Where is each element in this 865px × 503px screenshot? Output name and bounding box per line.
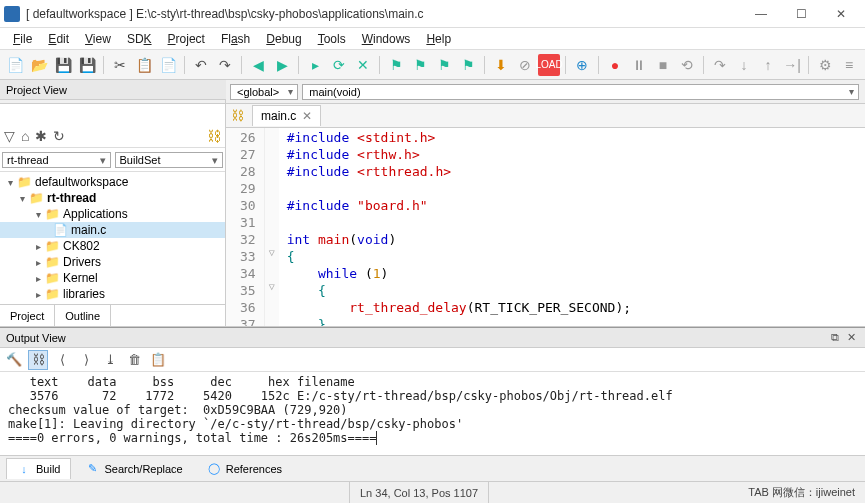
output-tabs: ↓Build ✎Search/Replace ◯References [0,455,865,481]
pause-icon[interactable]: ⏸ [628,54,650,76]
out-next-icon[interactable]: ⟩ [76,350,96,370]
minimize-button[interactable]: — [741,2,781,26]
refresh-icon[interactable]: ↻ [53,128,65,144]
menu-debug[interactable]: Debug [259,30,308,48]
menu-file[interactable]: File [6,30,39,48]
step-over-icon[interactable]: ↷ [709,54,731,76]
output-view-title: Output View [6,332,66,344]
project-selector[interactable]: rt-thread [2,152,111,168]
paste-icon[interactable]: 📄 [157,54,179,76]
app-icon [4,6,20,22]
nav-fwd-icon[interactable]: ▶ [271,54,293,76]
flash-icon[interactable]: LOAD [538,54,560,76]
save-icon[interactable]: 💾 [52,54,74,76]
output-text[interactable]: text data bss dec hex filename 3576 72 1… [0,372,865,455]
editor-pane: ⛓ main.c ✕ 26272829303132333435363738 ▽▽… [226,104,865,326]
flag1-icon[interactable]: ⚑ [385,54,407,76]
output-float-icon[interactable]: ⧉ [827,330,843,346]
output-view-pane: Output View ⧉ ✕ 🔨 ⛓ ⟨ ⟩ ⤓ 🗑 📋 text data … [0,327,865,481]
tab-outline[interactable]: Outline [55,305,111,326]
step-in-icon[interactable]: ↓ [733,54,755,76]
output-toolbar: 🔨 ⛓ ⟨ ⟩ ⤓ 🗑 📋 [0,348,865,372]
home-icon[interactable]: ⌂ [21,128,29,144]
filter-icon[interactable]: ✱ [35,128,47,144]
open-icon[interactable]: 📂 [28,54,50,76]
tree-main-c[interactable]: 📄main.c [0,222,225,238]
project-view-title: Project View [6,84,67,96]
project-view-tabs: Project Outline [0,304,225,326]
menu-tools[interactable]: Tools [311,30,353,48]
out-hammer-icon[interactable]: 🔨 [4,350,24,370]
output-tab-references[interactable]: ◯References [197,459,292,479]
maximize-button[interactable]: ☐ [781,2,821,26]
scope-global-select[interactable]: <global> [230,84,298,100]
link-editor-icon[interactable]: ⛓ [207,128,221,144]
save-all-icon[interactable]: 💾 [76,54,98,76]
menu-sdk[interactable]: SDK [120,30,159,48]
tree-project[interactable]: ▾📁rt-thread [0,190,225,206]
tree-ck802[interactable]: ▸📁CK802 [0,238,225,254]
status-cursor-pos: Ln 34, Col 13, Pos 1107 [350,482,489,503]
menu-edit[interactable]: Edit [41,30,76,48]
menu-bar: File Edit View SDK Project Flash Debug T… [0,28,865,50]
step-out-icon[interactable]: ↑ [757,54,779,76]
scope-func-select[interactable]: main(void) [302,84,859,100]
new-icon[interactable]: 📄 [4,54,26,76]
fold-gutter[interactable]: ▽▽ [265,128,279,326]
title-bar: [ defaultworkspace ] E:\c-sty\rt-thread\… [0,0,865,28]
flag3-icon[interactable]: ⚑ [433,54,455,76]
close-button[interactable]: ✕ [821,2,861,26]
settings-icon[interactable]: ⚙ [814,54,836,76]
code-editor[interactable]: 26272829303132333435363738 ▽▽ #include <… [226,128,865,326]
stop-dl-icon[interactable]: ⊘ [514,54,536,76]
project-view-toolbar: ▽ ⌂ ✱ ↻ ⛓ [0,124,225,148]
menu-windows[interactable]: Windows [355,30,418,48]
menu-project[interactable]: Project [161,30,212,48]
cursor-icon[interactable]: ▽ [4,128,15,144]
tree-applications[interactable]: ▾📁Applications [0,206,225,222]
cut-icon[interactable]: ✂ [109,54,131,76]
out-down-icon[interactable]: ⤓ [100,350,120,370]
code-source[interactable]: #include <stdint.h>#include <rthw.h>#inc… [279,128,639,326]
output-close-icon[interactable]: ✕ [843,330,859,346]
out-prev-icon[interactable]: ⟨ [52,350,72,370]
record-icon[interactable]: ● [604,54,626,76]
status-right: TAB 网微信：ijiweinet [489,482,865,503]
close-tab-icon[interactable]: ✕ [302,109,312,123]
rebuild-icon[interactable]: ⟳ [328,54,350,76]
restart-icon[interactable]: ⟲ [676,54,698,76]
link-icon[interactable]: ⛓ [226,108,248,123]
undo-icon[interactable]: ↶ [190,54,212,76]
tree-libraries[interactable]: ▸📁libraries [0,286,225,302]
copy-icon[interactable]: 📋 [133,54,155,76]
tree-kernel[interactable]: ▸📁Kernel [0,270,225,286]
out-clear-icon[interactable]: 🗑 [124,350,144,370]
stop-icon[interactable]: ■ [652,54,674,76]
output-view-header: Output View ⧉ ✕ [0,328,865,348]
tree-workspace[interactable]: ▾📁defaultworkspace [0,174,225,190]
redo-icon[interactable]: ↷ [214,54,236,76]
download-icon[interactable]: ⬇ [490,54,512,76]
more-icon[interactable]: ≡ [838,54,860,76]
buildset-selector[interactable]: BuildSet [115,152,224,168]
output-tab-build[interactable]: ↓Build [6,458,71,479]
editor-tab-row: ⛓ main.c ✕ [226,104,865,128]
flag2-icon[interactable]: ⚑ [409,54,431,76]
flag4-icon[interactable]: ⚑ [457,54,479,76]
tree-drivers[interactable]: ▸📁Drivers [0,254,225,270]
menu-flash[interactable]: Flash [214,30,257,48]
build-icon[interactable]: ▸ [304,54,326,76]
menu-help[interactable]: Help [419,30,458,48]
run-to-icon[interactable]: →| [781,54,803,76]
debug-icon[interactable]: ⊕ [571,54,593,76]
clean-icon[interactable]: ✕ [352,54,374,76]
nav-back-icon[interactable]: ◀ [247,54,269,76]
editor-tab-mainc[interactable]: main.c ✕ [252,105,321,126]
out-link-icon[interactable]: ⛓ [28,350,48,370]
output-tab-search[interactable]: ✎Search/Replace [75,459,192,479]
project-tree[interactable]: ▾📁defaultworkspace ▾📁rt-thread ▾📁Applica… [0,172,225,304]
tab-project[interactable]: Project [0,305,55,326]
out-copy-icon[interactable]: 📋 [148,350,168,370]
menu-view[interactable]: View [78,30,118,48]
window-title: [ defaultworkspace ] E:\c-sty\rt-thread\… [26,7,741,21]
